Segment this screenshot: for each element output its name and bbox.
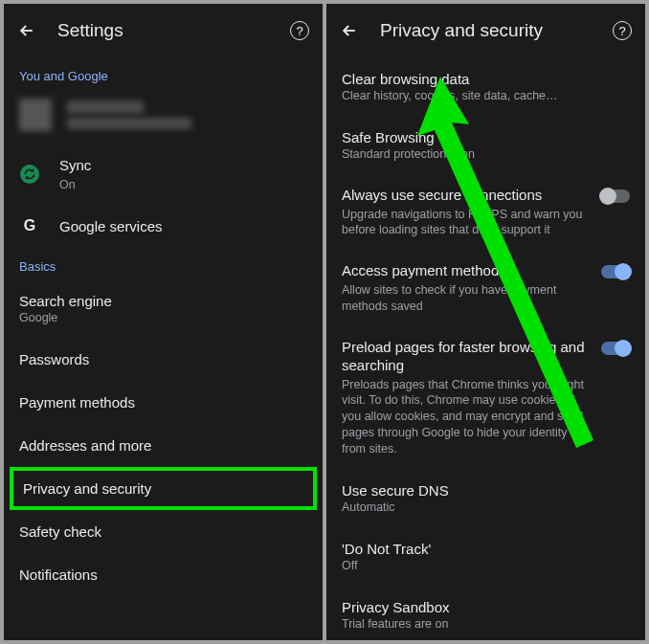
notifications-row[interactable]: Notifications bbox=[4, 553, 323, 596]
payment-toggle[interactable] bbox=[601, 265, 630, 278]
privacy-security-row[interactable]: Privacy and security bbox=[10, 467, 317, 510]
passwords-title: Passwords bbox=[19, 351, 307, 367]
privacy-security-title: Privacy and security bbox=[23, 480, 303, 497]
section-basics: Basics bbox=[4, 248, 323, 279]
safety-check-row[interactable]: Safety check bbox=[4, 510, 323, 553]
search-engine-sub: Google bbox=[19, 311, 307, 324]
account-info bbox=[67, 100, 191, 129]
search-engine-row[interactable]: Search engine Google bbox=[4, 279, 323, 338]
search-engine-title: Search engine bbox=[19, 293, 307, 309]
payment-methods-row[interactable]: Payment methods bbox=[4, 381, 323, 424]
settings-screen: Settings ? You and Google Sync On G Goog… bbox=[4, 4, 323, 640]
dns-title: Use secure DNS bbox=[342, 482, 630, 499]
help-icon[interactable]: ? bbox=[613, 21, 632, 40]
back-arrow-icon[interactable] bbox=[17, 21, 36, 40]
secure-connections-row[interactable]: Always use secure connections Upgrade na… bbox=[326, 174, 645, 250]
sync-sub: On bbox=[59, 177, 307, 193]
avatar bbox=[19, 99, 52, 131]
dnt-title: 'Do Not Track' bbox=[342, 541, 630, 557]
account-row[interactable] bbox=[4, 89, 323, 144]
clear-browsing-data-row[interactable]: Clear browsing data Clear history, cooki… bbox=[326, 57, 645, 116]
privacy-security-screen: Privacy and security ? Clear browsing da… bbox=[326, 4, 645, 640]
sandbox-sub: Trial features are on bbox=[342, 617, 630, 631]
google-icon: G bbox=[20, 216, 39, 235]
sync-icon bbox=[20, 165, 39, 184]
preload-row[interactable]: Preload pages for faster browsing and se… bbox=[326, 326, 645, 469]
https-toggle[interactable] bbox=[601, 189, 630, 203]
addresses-row[interactable]: Addresses and more bbox=[4, 424, 323, 467]
passwords-row[interactable]: Passwords bbox=[4, 338, 323, 381]
back-arrow-icon[interactable] bbox=[340, 21, 359, 40]
google-services-row[interactable]: G Google services bbox=[4, 204, 323, 248]
page-title: Privacy and security bbox=[380, 20, 613, 41]
sandbox-title: Privacy Sandbox bbox=[342, 599, 630, 615]
dns-sub: Automatic bbox=[342, 500, 630, 514]
safe-sub: Standard protection is on bbox=[342, 147, 630, 161]
section-you-and-google: You and Google bbox=[4, 57, 323, 89]
preload-title: Preload pages for faster browsing and se… bbox=[342, 338, 592, 375]
sync-title: Sync bbox=[59, 156, 307, 175]
header: Settings ? bbox=[4, 4, 323, 57]
page-title: Settings bbox=[57, 20, 290, 41]
google-services-title: Google services bbox=[59, 217, 307, 236]
https-sub: Upgrade navigations to HTTPS and warn yo… bbox=[342, 207, 592, 239]
safe-title: Safe Browsing bbox=[342, 129, 630, 145]
dnt-sub: Off bbox=[342, 559, 630, 572]
addresses-title: Addresses and more bbox=[19, 437, 307, 454]
header: Privacy and security ? bbox=[326, 4, 645, 57]
payment-access-row[interactable]: Access payment methods Allow sites to ch… bbox=[326, 250, 645, 325]
secure-dns-row[interactable]: Use secure DNS Automatic bbox=[326, 469, 645, 527]
payment-sub: Allow sites to check if you have payment… bbox=[342, 282, 592, 315]
help-icon[interactable]: ? bbox=[290, 21, 309, 40]
clear-sub: Clear history, cookies, site data, cache… bbox=[342, 89, 630, 102]
preload-sub: Preloads pages that Chrome thinks you mi… bbox=[342, 377, 592, 457]
notifications-title: Notifications bbox=[19, 566, 307, 583]
sync-row[interactable]: Sync On bbox=[4, 144, 323, 204]
clear-title: Clear browsing data bbox=[342, 71, 630, 87]
payment-methods-title: Payment methods bbox=[19, 394, 307, 411]
safe-browsing-row[interactable]: Safe Browsing Standard protection is on bbox=[326, 116, 645, 174]
safety-check-title: Safety check bbox=[19, 523, 307, 540]
preload-toggle[interactable] bbox=[601, 342, 630, 355]
payment-title: Access payment methods bbox=[342, 261, 592, 280]
privacy-sandbox-row[interactable]: Privacy Sandbox Trial features are on bbox=[326, 586, 645, 640]
https-title: Always use secure connections bbox=[342, 186, 592, 205]
do-not-track-row[interactable]: 'Do Not Track' Off bbox=[326, 527, 645, 586]
